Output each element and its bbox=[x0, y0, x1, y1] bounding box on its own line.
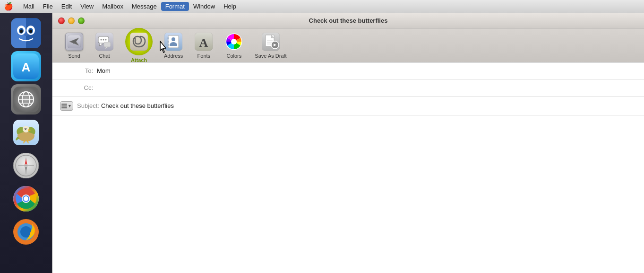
colors-button[interactable]: Colors bbox=[220, 29, 248, 62]
email-body[interactable] bbox=[52, 115, 644, 273]
svg-point-48 bbox=[101, 39, 102, 40]
save-draft-button[interactable]: Save As Draft bbox=[250, 29, 291, 62]
svg-point-26 bbox=[25, 128, 26, 129]
email-content: To: Cc: ▼ Subject: bbox=[52, 62, 644, 273]
svg-point-49 bbox=[103, 39, 104, 40]
subject-label: Subject: bbox=[77, 102, 99, 109]
dock-finder[interactable] bbox=[11, 18, 41, 48]
subject-format-button[interactable]: ▼ bbox=[60, 101, 73, 111]
svg-point-58 bbox=[172, 37, 175, 41]
menu-message[interactable]: Message bbox=[128, 2, 161, 11]
svg-rect-56 bbox=[167, 41, 169, 43]
cc-field: Cc: bbox=[52, 79, 644, 97]
svg-point-50 bbox=[105, 39, 107, 40]
to-input[interactable] bbox=[97, 67, 636, 74]
chat-label: Chat bbox=[99, 53, 110, 59]
dock-safari[interactable] bbox=[11, 150, 41, 181]
minimize-button[interactable] bbox=[68, 18, 75, 24]
svg-point-39 bbox=[24, 196, 28, 201]
dock-firefox[interactable] bbox=[11, 217, 41, 247]
svg-rect-51 bbox=[104, 42, 111, 47]
dock-network[interactable] bbox=[11, 84, 41, 114]
zoom-button[interactable] bbox=[78, 18, 85, 24]
colors-icon bbox=[224, 32, 243, 51]
send-icon bbox=[65, 32, 84, 51]
fonts-label: Fonts bbox=[197, 53, 211, 59]
save-draft-label: Save As Draft bbox=[255, 53, 286, 59]
svg-rect-54 bbox=[168, 35, 179, 48]
colors-label: Colors bbox=[226, 53, 241, 59]
menu-file[interactable]: File bbox=[39, 2, 57, 11]
svg-rect-57 bbox=[167, 44, 169, 46]
window-title: Check out these butterflies bbox=[309, 17, 388, 24]
dock-appstore[interactable]: A bbox=[11, 51, 41, 81]
dock-mail[interactable] bbox=[11, 117, 41, 148]
attach-glow bbox=[125, 28, 153, 55]
dock: A bbox=[0, 13, 52, 273]
dock-chrome[interactable] bbox=[11, 184, 41, 214]
address-button[interactable]: Address bbox=[159, 29, 188, 62]
fonts-icon: A bbox=[194, 32, 213, 51]
subject-lines-icon bbox=[61, 104, 67, 108]
svg-point-62 bbox=[231, 39, 237, 44]
svg-point-10 bbox=[20, 30, 23, 33]
menu-edit[interactable]: Edit bbox=[57, 2, 76, 11]
subject-input[interactable] bbox=[101, 102, 640, 109]
address-icon bbox=[164, 32, 183, 51]
svg-rect-55 bbox=[167, 37, 169, 39]
menu-help[interactable]: Help bbox=[219, 2, 240, 11]
main-layout: A bbox=[0, 13, 644, 273]
close-button[interactable] bbox=[58, 18, 65, 24]
svg-point-12 bbox=[24, 33, 28, 36]
chat-icon bbox=[95, 32, 114, 51]
attach-button[interactable]: Attach bbox=[120, 25, 157, 66]
menu-view[interactable]: View bbox=[76, 2, 98, 11]
svg-text:A: A bbox=[22, 60, 31, 74]
address-label: Address bbox=[164, 53, 183, 59]
apple-menu[interactable]: 🍎 bbox=[4, 2, 13, 11]
subject-chevron-icon: ▼ bbox=[68, 104, 72, 108]
menu-mail[interactable]: Mail bbox=[19, 2, 39, 11]
send-label: Send bbox=[68, 53, 80, 59]
save-draft-icon bbox=[261, 32, 280, 51]
send-button[interactable]: Send bbox=[60, 29, 88, 62]
fonts-button[interactable]: A Fonts bbox=[189, 29, 218, 62]
menu-format[interactable]: Format bbox=[161, 2, 189, 11]
svg-text:A: A bbox=[199, 36, 208, 50]
toolbar: Send bbox=[52, 28, 644, 62]
subject-row: ▼ Subject: bbox=[52, 97, 644, 115]
mail-window: Check out these butterflies bbox=[52, 13, 644, 273]
attach-label: Attach bbox=[131, 57, 147, 63]
menu-window[interactable]: Window bbox=[189, 2, 219, 11]
svg-point-11 bbox=[29, 30, 32, 33]
chat-button[interactable]: Chat bbox=[90, 29, 119, 62]
cc-input[interactable] bbox=[97, 84, 636, 91]
menubar: 🍎 Mail File Edit View Mailbox Message Fo… bbox=[0, 0, 644, 13]
to-label: To: bbox=[60, 67, 93, 74]
menu-mailbox[interactable]: Mailbox bbox=[98, 2, 128, 11]
window-buttons bbox=[58, 18, 85, 24]
cc-label: Cc: bbox=[60, 84, 93, 91]
